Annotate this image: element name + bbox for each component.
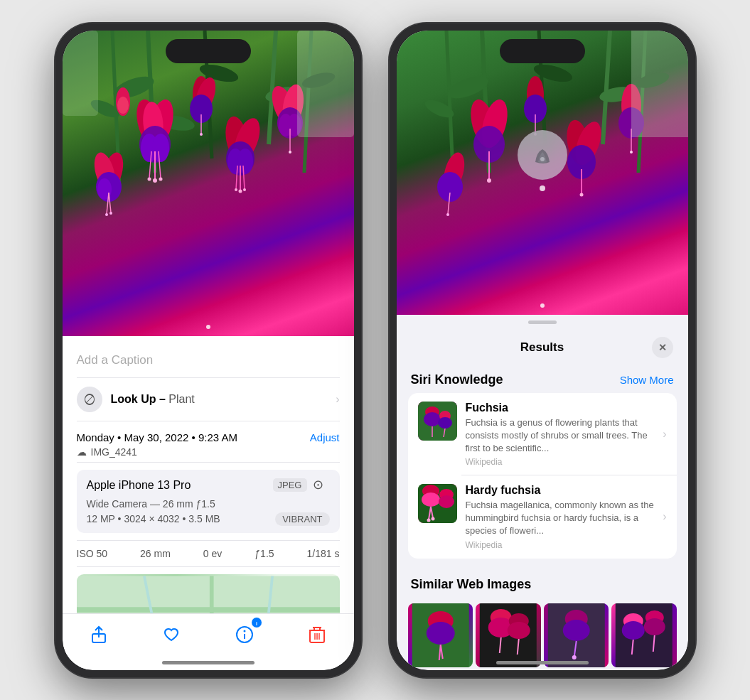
svg-point-90 [422,96,456,121]
svg-line-19 [149,151,151,178]
svg-point-94 [473,126,505,163]
jpeg-badge: JPEG [273,478,307,492]
svg-point-24 [222,114,251,163]
svg-point-54 [190,95,213,123]
lookup-row[interactable]: Look Up – Plant › [77,378,340,421]
results-header: Results ✕ [397,327,688,365]
svg-line-84 [603,31,610,144]
svg-point-151 [622,621,645,640]
similar-image-4[interactable] [611,603,677,667]
siri-knowledge-header: Siri Knowledge Show More [408,365,677,393]
svg-point-35 [267,82,301,129]
knowledge-item-fuchsia[interactable]: Fuchsia Fuchsia is a genus of flowering … [408,393,677,476]
similar-image-1[interactable] [408,603,473,667]
svg-point-103 [618,107,644,139]
exif-aperture: ƒ1.5 [255,548,274,559]
home-indicator-2 [496,661,589,664]
svg-line-31 [243,166,245,189]
fuchsia-source: Wikipedia [466,457,655,467]
svg-point-9 [88,96,122,121]
similar-image-2[interactable] [476,603,541,667]
svg-point-101 [579,193,583,196]
svg-point-17 [152,134,169,162]
exif-focal: 26 mm [140,548,171,559]
knowledge-item-hardy-fuchsia[interactable]: Hardy fuchsia Fuchsia magellanica, commo… [408,475,677,559]
similar-images-title: Similar Web Images [411,577,532,592]
svg-point-23 [159,177,162,181]
delete-button[interactable] [301,619,333,650]
exif-row: ISO 50 26 mm 0 ev ƒ1.5 1/181 s [77,540,340,567]
svg-point-42 [98,150,127,193]
info-button[interactable]: i [229,619,260,650]
svg-point-21 [153,178,157,183]
lookup-chevron: › [336,393,339,406]
svg-point-45 [97,178,112,200]
camera-settings-icon: ⊙ [313,477,330,494]
knowledge-card: Fuchsia Fuchsia is a genus of flowering … [408,393,677,559]
adjust-button[interactable]: Adjust [310,431,340,443]
fuchsia-description: Fuchsia is a genus of flowering plants t… [466,416,655,456]
fuchsia-thumbnail [418,402,457,441]
svg-point-16 [141,134,158,162]
svg-line-1 [148,31,155,173]
caption-input[interactable]: Add a Caption [77,346,340,378]
svg-point-22 [147,177,151,181]
fuchsia-chevron: › [663,428,666,441]
svg-point-106 [439,150,468,193]
svg-line-30 [236,166,237,189]
svg-point-34 [243,188,246,191]
svg-point-153 [644,618,665,635]
svg-point-14 [141,101,164,145]
results-panel[interactable]: Results ✕ Siri Knowledge Show More [397,315,688,667]
svg-point-6 [110,72,156,102]
vibrant-badge: VIBRANT [275,512,329,526]
info-badge: i [252,618,262,628]
photo-area-2 [397,31,688,315]
svg-point-87 [444,72,491,102]
share-button[interactable] [83,619,114,650]
svg-point-111 [524,95,547,123]
svg-point-36 [279,82,306,128]
exif-shutter: 1/181 s [307,548,340,559]
hardy-fuchsia-name: Hardy fuchsia [466,484,655,497]
svg-point-125 [422,492,440,507]
similar-image-3[interactable] [544,603,609,667]
phone2-screen: Results ✕ Siri Knowledge Show More [397,31,688,670]
show-more-button[interactable]: Show More [620,374,674,386]
drag-handle[interactable] [528,321,557,324]
like-button[interactable] [156,619,187,650]
similar-images-header: Similar Web Images [408,570,677,598]
svg-point-52 [193,76,210,113]
svg-point-41 [289,151,291,154]
phone1-scroll-content[interactable]: Add a Caption Look Up – Plant › [63,31,354,613]
svg-point-105 [630,151,633,154]
svg-point-32 [238,189,242,193]
svg-point-131 [439,495,454,508]
map-preview[interactable] [77,574,340,613]
hardy-fuchsia-description: Fuchsia magellanica, commonly known as t… [466,499,655,538]
hardy-fuchsia-text: Hardy fuchsia Fuchsia magellanica, commo… [466,484,655,550]
fuchsia-text: Fuchsia Fuchsia is a genus of flowering … [466,402,655,468]
svg-point-141 [508,622,530,639]
close-button[interactable]: ✕ [652,337,673,358]
svg-line-3 [269,31,276,144]
svg-point-115 [540,157,545,161]
camera-name: Apple iPhone 13 Pro [87,479,191,492]
svg-point-15 [139,126,171,163]
lookup-label: Look Up – Plant [111,393,195,406]
svg-point-128 [427,519,430,522]
hardy-fuchsia-source: Wikipedia [466,540,655,550]
hardy-fuchsia-thumbnail [418,484,457,523]
svg-point-37 [277,107,303,139]
svg-point-56 [200,133,203,136]
home-indicator-1 [162,661,255,664]
hardy-fuchsia-chevron: › [663,510,666,523]
filename: IMG_4241 [91,446,137,458]
svg-line-5 [304,31,311,173]
svg-point-12 [132,97,166,151]
svg-point-11 [156,112,195,133]
exif-ev: 0 ev [203,548,222,559]
photo-dot-2 [540,303,545,308]
svg-line-108 [448,193,450,214]
photo-area-1 [63,31,354,336]
